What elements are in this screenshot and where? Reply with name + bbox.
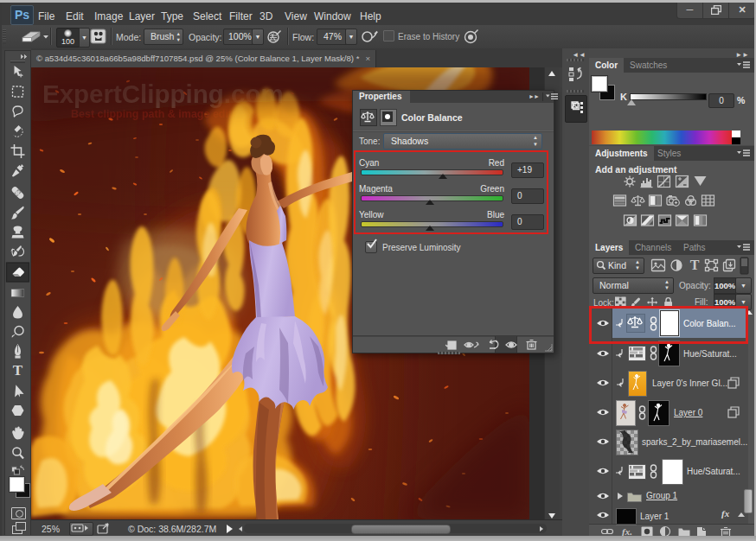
svg-text:T: T	[690, 258, 700, 272]
svg-text:T: T	[13, 362, 23, 379]
